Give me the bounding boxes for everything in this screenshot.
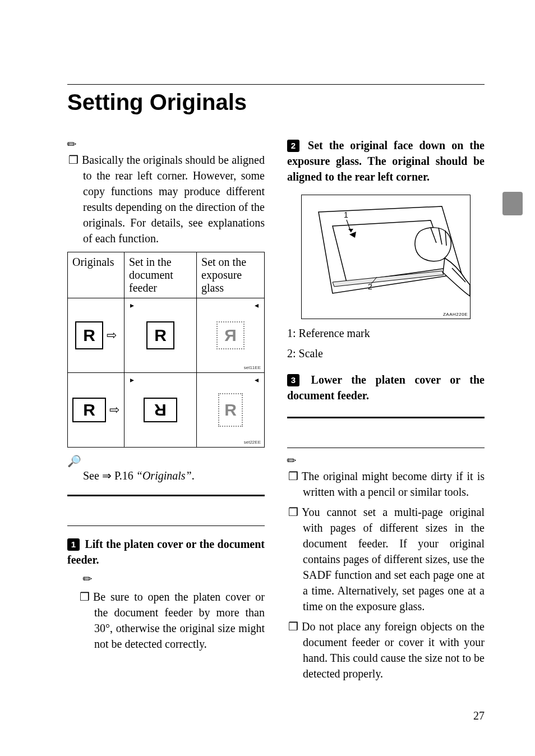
legend-2: 2: Scale bbox=[287, 345, 485, 362]
row-caption: set11EE bbox=[244, 365, 261, 370]
th-glass: Set on the exposure glass bbox=[197, 252, 265, 298]
step-2: 2 Set the original face down on the expo… bbox=[287, 137, 485, 185]
top-rule bbox=[67, 84, 485, 85]
arrow-right-icon: ⇨ bbox=[107, 328, 117, 343]
adf-note-1: The original might become dirty if it is… bbox=[303, 468, 485, 500]
pencil-icon: ✎ bbox=[64, 136, 80, 153]
step-number-badge: 3 bbox=[287, 374, 299, 386]
page-title: Setting Originals bbox=[67, 90, 485, 115]
step-1: 1 Lift the platen cover or the document … bbox=[67, 536, 265, 568]
left-column: ✎ Basically the originals should be alig… bbox=[67, 137, 265, 687]
section-tab bbox=[502, 192, 523, 215]
adf-note-3: Do not place any foreign objects on the … bbox=[303, 619, 485, 681]
cell-original-2: R ⇨ bbox=[68, 373, 124, 448]
letter-box-rotated: R bbox=[144, 398, 177, 422]
ref-suffix: . bbox=[192, 469, 195, 482]
page: Setting Originals ✎ Basically the origin… bbox=[0, 0, 535, 756]
step-1-note: Be sure to open the platen cover or the … bbox=[94, 589, 265, 652]
arrow-right-icon: ⇨ bbox=[109, 403, 119, 417]
adf-note-2: You cannot set a multi-page original wit… bbox=[303, 504, 485, 614]
tick-mark: ▸ bbox=[130, 301, 134, 310]
cell-glass-1: ◂ R set11EE bbox=[197, 298, 265, 373]
row-caption: set22EE bbox=[244, 440, 261, 445]
intro-note: Basically the originals should be aligne… bbox=[83, 152, 265, 246]
two-column-layout: ✎ Basically the originals should be alig… bbox=[67, 137, 485, 687]
letter-box-vertical: R bbox=[218, 393, 243, 427]
th-originals: Originals bbox=[68, 252, 124, 298]
svg-text:1: 1 bbox=[344, 210, 348, 219]
cell-glass-2: ◂ R set22EE bbox=[197, 373, 265, 448]
ref-prefix: See ⇒ P.16 bbox=[83, 469, 136, 482]
reference-block: 🔍 See ⇒ P.16 “Originals”. bbox=[67, 454, 265, 482]
originals-table: Originals Set in the document feeder Set… bbox=[67, 252, 265, 448]
letter-box-mirrored: R bbox=[216, 321, 245, 349]
step-3: 3 Lower the platen cover or the document… bbox=[287, 372, 485, 403]
pencil-icon: ✎ bbox=[284, 453, 300, 469]
table-header-row: Originals Set in the document feeder Set… bbox=[68, 252, 265, 298]
adf-notes-list: The original might become dirty if it is… bbox=[287, 468, 485, 681]
cell-feeder-2: ▸ R bbox=[124, 373, 197, 448]
th-feeder: Set in the document feeder bbox=[124, 252, 197, 298]
step-number-badge: 2 bbox=[287, 140, 299, 152]
cell-feeder-1: ▸ R bbox=[124, 298, 197, 373]
table-row: R ⇨ ▸ R ◂ R set22EE bbox=[68, 373, 265, 448]
letter-box: R bbox=[75, 321, 103, 349]
step-2-text: Set the original face down on the exposu… bbox=[287, 139, 485, 183]
ref-cite: “Originals” bbox=[136, 469, 192, 482]
exposure-glass-figure: 1 2 bbox=[301, 195, 471, 319]
table-row: R ⇨ ▸ R ◂ R set11EE bbox=[68, 298, 265, 373]
letter-box: R bbox=[146, 321, 174, 349]
original-glyph: R ⇨ bbox=[75, 321, 117, 349]
reference-text: See ⇒ P.16 “Originals”. bbox=[83, 469, 265, 482]
letter-box: R bbox=[72, 398, 106, 422]
step-number-badge: 1 bbox=[67, 538, 80, 551]
tick-mark: ◂ bbox=[255, 301, 259, 310]
step-1-text: Lift the platen cover or the document fe… bbox=[67, 538, 265, 566]
original-glyph: R ⇨ bbox=[72, 398, 119, 422]
intro-note-list: Basically the originals should be aligne… bbox=[67, 152, 265, 246]
spacer bbox=[287, 418, 485, 437]
spacer bbox=[67, 496, 265, 515]
cell-original-1: R ⇨ bbox=[68, 298, 124, 373]
magnifier-icon: 🔍 bbox=[67, 454, 81, 468]
tick-mark: ▸ bbox=[130, 375, 134, 385]
figure-caption: ZAAH220E bbox=[443, 312, 468, 317]
legend-1: 1: Reference mark bbox=[287, 325, 485, 342]
page-number: 27 bbox=[473, 709, 485, 722]
tick-mark: ◂ bbox=[255, 375, 259, 385]
step-3-text: Lower the platen cover or the document f… bbox=[287, 374, 485, 402]
step-1-note-list: Be sure to open the platen cover or the … bbox=[67, 589, 265, 652]
right-column: 2 Set the original face down on the expo… bbox=[287, 137, 485, 687]
section-rule bbox=[67, 525, 265, 526]
section-rule bbox=[287, 448, 485, 448]
figure-svg: 1 2 bbox=[302, 195, 470, 319]
pencil-icon: ✎ bbox=[80, 571, 96, 587]
